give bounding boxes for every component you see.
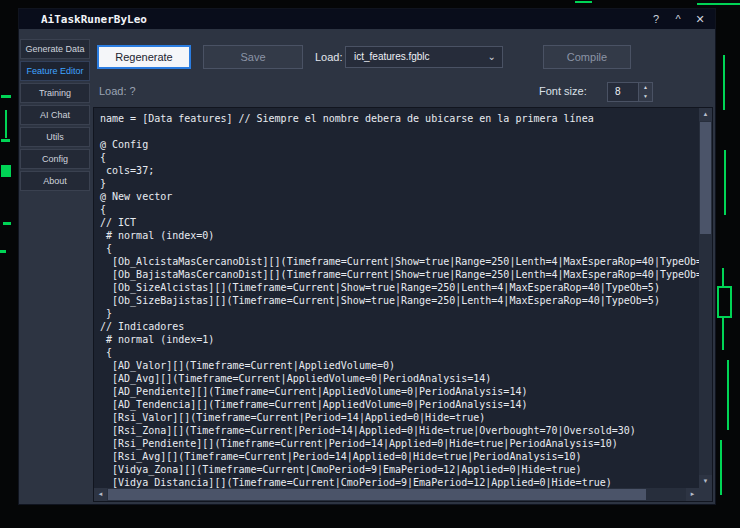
font-size-spinner[interactable]: 8 ▲ ▼: [607, 82, 653, 102]
sidebar-item-generate-data[interactable]: Generate Data: [20, 39, 90, 59]
close-button[interactable]: ✕: [689, 9, 711, 29]
code-line: @ Config: [100, 138, 699, 151]
chart-fragment: [727, 360, 729, 430]
code-line: [AD_Valor][](Timeframe=Current|AppliedVo…: [100, 359, 699, 372]
scroll-up-icon[interactable]: ▲: [699, 108, 712, 121]
chevron-down-icon: ⌄: [488, 47, 496, 67]
spinner-buttons: ▲ ▼: [638, 83, 652, 101]
vertical-scrollbar-thumb[interactable]: [700, 122, 711, 234]
load-status-text: Load: ?: [99, 85, 136, 97]
code-line: }: [100, 307, 699, 320]
app-window: AiTaskRunerByLeo ? ^ ✕ Generate Data Fea…: [18, 8, 716, 505]
chart-fragment: [575, 1, 592, 3]
horizontal-scrollbar[interactable]: ◄ ►: [94, 488, 699, 501]
code-line: // ICT: [100, 216, 699, 229]
window-controls: ? ^ ✕: [645, 9, 711, 29]
help-button[interactable]: ?: [645, 9, 667, 29]
code-line: [Rsi_Pendiente][](Timeframe=Current|Peri…: [100, 437, 699, 450]
code-line: {: [100, 346, 699, 359]
code-line: [Ob_SizeBajistas][](Timeframe=Current|Sh…: [100, 294, 699, 307]
code-line: [Ob_SizeAlcistas][](Timeframe=Current|Sh…: [100, 281, 699, 294]
code-line: [Ob_AlcistaMasCercanoDist][](Timeframe=C…: [100, 255, 699, 268]
load-file-value: ict_features.fgblc: [354, 51, 430, 62]
scrollbar-corner: [699, 488, 712, 501]
scroll-down-icon[interactable]: ▼: [699, 475, 712, 488]
vertical-scrollbar[interactable]: ▲ ▼: [699, 108, 712, 488]
chart-fragment: [697, 3, 740, 5]
code-line: [Vidya_Zona][](Timeframe=Current|CmoPeri…: [100, 463, 699, 476]
code-line: {: [100, 242, 699, 255]
chart-fragment: [723, 55, 725, 110]
code-line: # normal (index=1): [100, 333, 699, 346]
spinner-up-icon[interactable]: ▲: [639, 83, 652, 92]
chart-fragment: [5, 110, 7, 138]
scroll-left-icon[interactable]: ◄: [94, 488, 107, 501]
sidebar: Generate Data Feature Editor Training AI…: [19, 29, 91, 504]
window-content: Generate Data Feature Editor Training AI…: [19, 29, 715, 504]
chart-fragment: [722, 316, 724, 350]
load-file-dropdown[interactable]: ict_features.fgblc ⌄: [345, 46, 503, 68]
chart-fragment: [3, 222, 11, 225]
code-line: @ New vector: [100, 190, 699, 203]
code-line: cols=37;: [100, 164, 699, 177]
window-title: AiTaskRunerByLeo: [41, 13, 147, 26]
horizontal-scrollbar-thumb[interactable]: [108, 489, 646, 500]
save-button[interactable]: Save: [203, 45, 303, 69]
sidebar-item-ai-chat[interactable]: AI Chat: [20, 105, 90, 125]
chart-fragment: [1, 165, 11, 177]
chart-fragment: [1, 95, 11, 98]
regenerate-button[interactable]: Regenerate: [97, 45, 191, 69]
code-line: [100, 125, 699, 138]
spinner-down-icon[interactable]: ▼: [639, 92, 652, 101]
code-line: [AD_Tendencia][](Timeframe=Current|Appli…: [100, 398, 699, 411]
compile-button[interactable]: Compile: [543, 45, 631, 69]
chart-fragment: [720, 440, 722, 495]
sidebar-item-utils[interactable]: Utils: [20, 127, 90, 147]
code-line: [AD_Avg][](Timeframe=Current|AppliedVolu…: [100, 372, 699, 385]
code-line: # normal (index=0): [100, 229, 699, 242]
titlebar[interactable]: AiTaskRunerByLeo ? ^ ✕: [19, 9, 715, 29]
chart-fragment: [724, 150, 726, 215]
code-area[interactable]: name = [Data features] // Siempre el nom…: [94, 108, 699, 488]
code-line: name = [Data features] // Siempre el nom…: [100, 112, 699, 125]
code-line: {: [100, 151, 699, 164]
chart-fragment: [1, 139, 10, 142]
chart-fragment: [722, 268, 724, 286]
code-line: [AD_Pendiente][](Timeframe=Current|Appli…: [100, 385, 699, 398]
code-line: [Vidya_Distancia][](Timeframe=Current|Cm…: [100, 476, 699, 488]
font-size-value: 8: [615, 83, 621, 101]
code-line: [Rsi_Zona][](Timeframe=Current|Period=14…: [100, 424, 699, 437]
main-panel: Regenerate Save Load: ict_features.fgblc…: [91, 29, 715, 504]
scroll-right-icon[interactable]: ►: [686, 488, 699, 501]
sidebar-item-about[interactable]: About: [20, 171, 90, 191]
code-editor: name = [Data features] // Siempre el nom…: [93, 107, 713, 502]
load-label: Load:: [315, 45, 343, 69]
code-line: // Indicadores: [100, 320, 699, 333]
collapse-button[interactable]: ^: [667, 9, 689, 29]
code-line: [Rsi_Valor][](Timeframe=Current|Period=1…: [100, 411, 699, 424]
chart-candle-fragment: [717, 286, 732, 318]
chart-fragment: [0, 250, 6, 253]
code-line: }: [100, 177, 699, 190]
font-size-label: Font size:: [539, 85, 587, 97]
sidebar-item-training[interactable]: Training: [20, 83, 90, 103]
sidebar-item-feature-editor[interactable]: Feature Editor: [20, 61, 90, 81]
code-line: {: [100, 203, 699, 216]
sidebar-item-config[interactable]: Config: [20, 149, 90, 169]
code-line: [Ob_BajistaMasCercanoDist][](Timeframe=C…: [100, 268, 699, 281]
code-line: [Rsi_Avg][](Timeframe=Current|Period=14|…: [100, 450, 699, 463]
